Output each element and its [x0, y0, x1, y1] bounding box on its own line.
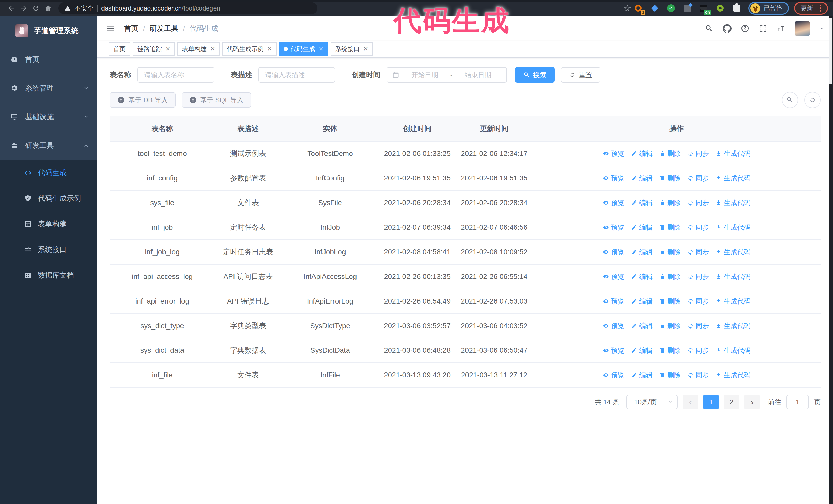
- extension-database-icon[interactable]: on: [699, 4, 709, 13]
- delete-action[interactable]: 删除: [659, 371, 681, 380]
- sidebar-item-系统管理[interactable]: 系统管理: [0, 74, 97, 102]
- sidebar-item-基础设施[interactable]: 基础设施: [0, 102, 97, 131]
- breadcrumb-item-首页[interactable]: 首页: [124, 24, 138, 33]
- sync-action[interactable]: 同步: [687, 149, 709, 158]
- sync-action[interactable]: 同步: [687, 371, 709, 380]
- start-date-placeholder[interactable]: 开始日期: [401, 71, 448, 79]
- delete-action[interactable]: 删除: [659, 174, 681, 183]
- tab-代码生成[interactable]: 代码生成✕: [279, 42, 328, 56]
- delete-action[interactable]: 删除: [659, 248, 681, 257]
- generate-code-action[interactable]: 生成代码: [716, 272, 751, 281]
- preview-action[interactable]: 预览: [603, 198, 624, 208]
- date-range-picker[interactable]: 开始日期 - 结束日期: [386, 67, 507, 82]
- page-button-1[interactable]: 1: [703, 395, 719, 409]
- generate-code-action[interactable]: 生成代码: [716, 223, 751, 232]
- delete-action[interactable]: 删除: [659, 198, 681, 208]
- sync-action[interactable]: 同步: [687, 198, 709, 208]
- scrollbar-thumb[interactable]: [829, 19, 832, 84]
- import-sql-button[interactable]: 基于 SQL 导入: [182, 92, 252, 108]
- menu-kebab-icon[interactable]: [820, 7, 821, 9]
- generate-code-action[interactable]: 生成代码: [716, 149, 751, 158]
- sidebar-subitem-代码生成示例[interactable]: 代码生成示例: [0, 186, 97, 211]
- bookmark-star-icon[interactable]: [621, 2, 634, 14]
- extension-gem-icon[interactable]: [650, 4, 659, 13]
- tab-代码生成示例[interactable]: 代码生成示例✕: [222, 42, 277, 56]
- generate-code-action[interactable]: 生成代码: [716, 248, 751, 257]
- forward-icon[interactable]: [18, 2, 30, 14]
- tab-表单构建[interactable]: 表单构建✕: [177, 42, 219, 56]
- edit-action[interactable]: 编辑: [631, 321, 652, 331]
- sidebar-subitem-表单构建[interactable]: 表单构建: [0, 211, 97, 237]
- preview-action[interactable]: 预览: [603, 321, 624, 331]
- close-icon[interactable]: ✕: [267, 46, 272, 52]
- generate-code-action[interactable]: 生成代码: [716, 198, 751, 208]
- sidebar-logo-row[interactable]: 芋道管理系统: [0, 17, 97, 45]
- generate-code-action[interactable]: 生成代码: [716, 371, 751, 380]
- close-icon[interactable]: ✕: [166, 46, 170, 52]
- prev-page-button[interactable]: ‹: [683, 395, 698, 409]
- sync-action[interactable]: 同步: [687, 174, 709, 183]
- delete-action[interactable]: 删除: [659, 223, 681, 232]
- extension-puzzle-icon[interactable]: [732, 4, 741, 13]
- goto-page-input[interactable]: [786, 395, 809, 409]
- question-icon[interactable]: [741, 24, 749, 33]
- generate-code-action[interactable]: 生成代码: [716, 297, 751, 306]
- sync-action[interactable]: 同步: [687, 321, 709, 331]
- close-icon[interactable]: ✕: [210, 46, 215, 52]
- preview-action[interactable]: 预览: [603, 272, 624, 281]
- edit-action[interactable]: 编辑: [631, 346, 652, 355]
- extension-check-shield-icon[interactable]: ✓: [666, 4, 675, 13]
- tab-首页[interactable]: 首页: [109, 42, 130, 56]
- breadcrumb-item-研发工具[interactable]: 研发工具: [150, 24, 178, 33]
- table-name-input[interactable]: [137, 67, 214, 82]
- user-avatar[interactable]: [794, 21, 810, 36]
- reset-button[interactable]: 重置: [561, 67, 600, 82]
- edit-action[interactable]: 编辑: [631, 149, 652, 158]
- extension-history-ring-icon[interactable]: 1: [634, 4, 643, 13]
- edit-action[interactable]: 编辑: [631, 272, 652, 281]
- hamburger-icon[interactable]: [105, 24, 115, 33]
- fullscreen-icon[interactable]: [759, 24, 767, 33]
- import-db-button[interactable]: 基于 DB 导入: [110, 92, 175, 108]
- reload-icon[interactable]: [30, 2, 42, 14]
- delete-action[interactable]: 删除: [659, 272, 681, 281]
- search-icon[interactable]: [705, 24, 714, 33]
- update-button[interactable]: 更新: [794, 2, 828, 15]
- edit-action[interactable]: 编辑: [631, 174, 652, 183]
- generate-code-action[interactable]: 生成代码: [716, 321, 751, 331]
- edit-action[interactable]: 编辑: [631, 248, 652, 257]
- refresh-table-button[interactable]: [804, 92, 821, 108]
- profile-chip[interactable]: 已暂停: [748, 2, 789, 15]
- preview-action[interactable]: 预览: [603, 174, 624, 183]
- sync-action[interactable]: 同步: [687, 248, 709, 257]
- url-bar[interactable]: 不安全 dashboard.yudao.iocoder.cn/tool/code…: [58, 2, 317, 14]
- back-icon[interactable]: [5, 2, 18, 14]
- preview-action[interactable]: 预览: [603, 223, 624, 232]
- sync-action[interactable]: 同步: [687, 272, 709, 281]
- sidebar-subitem-代码生成[interactable]: 代码生成: [0, 160, 97, 186]
- generate-code-action[interactable]: 生成代码: [716, 174, 751, 183]
- edit-action[interactable]: 编辑: [631, 198, 652, 208]
- end-date-placeholder[interactable]: 结束日期: [454, 71, 501, 79]
- preview-action[interactable]: 预览: [603, 346, 624, 355]
- preview-action[interactable]: 预览: [603, 149, 624, 158]
- edit-action[interactable]: 编辑: [631, 297, 652, 306]
- table-desc-input[interactable]: [258, 67, 335, 82]
- sidebar-item-首页[interactable]: 首页: [0, 45, 97, 74]
- delete-action[interactable]: 删除: [659, 297, 681, 306]
- close-icon[interactable]: ✕: [318, 46, 323, 52]
- page-size-select[interactable]: 10条/页: [626, 395, 678, 409]
- sync-action[interactable]: 同步: [687, 346, 709, 355]
- sync-action[interactable]: 同步: [687, 223, 709, 232]
- github-icon[interactable]: [723, 24, 732, 33]
- preview-action[interactable]: 预览: [603, 297, 624, 306]
- edit-action[interactable]: 编辑: [631, 223, 652, 232]
- delete-action[interactable]: 删除: [659, 346, 681, 355]
- extension-columns-icon[interactable]: [683, 4, 692, 13]
- delete-action[interactable]: 删除: [659, 321, 681, 331]
- tab-系统接口[interactable]: 系统接口✕: [331, 42, 373, 56]
- tab-链路追踪[interactable]: 链路追踪✕: [133, 42, 175, 56]
- delete-action[interactable]: 删除: [659, 149, 681, 158]
- close-icon[interactable]: ✕: [363, 46, 368, 52]
- page-button-2[interactable]: 2: [724, 395, 739, 409]
